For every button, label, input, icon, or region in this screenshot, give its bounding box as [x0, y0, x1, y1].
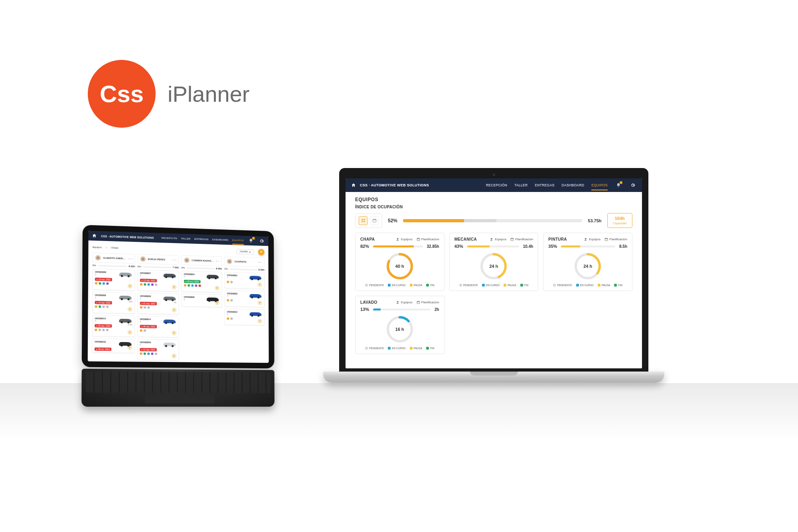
notifications-button[interactable] — [247, 237, 255, 244]
metric-card-mecanica: MECANICA Equipos Planificación 43% 10.4h… — [449, 233, 539, 291]
nav-item-dashboard[interactable]: DASHBOARD — [212, 238, 229, 241]
summary-percent: 52% — [388, 218, 397, 223]
job-card[interactable]: OR3688094 ▸ 12 sep. 2022 ▾ — [137, 339, 179, 360]
view-mode-calendar[interactable] — [370, 216, 379, 225]
metric-percent: 13% — [360, 307, 369, 312]
nav-item-recepción[interactable]: RECEPCIÓN — [162, 237, 177, 239]
nav-item-dashboard[interactable]: DASHBOARD — [562, 183, 585, 187]
car-icon — [162, 273, 176, 279]
equipos-link[interactable]: Equipos — [396, 237, 413, 241]
expand-button[interactable]: ▾ — [257, 318, 262, 323]
job-card[interactable]: OR3688063 ▸ 12 sep. 202210h ▾ — [92, 292, 135, 314]
status-dots — [184, 284, 220, 287]
kanban-column: CHAPISTA ▪ — 0%8 00h OR3688014 ▾ OR36880… — [224, 257, 265, 363]
dropdown-value: CHAPA — [240, 250, 248, 253]
status-dots — [140, 352, 176, 355]
nav-item-taller[interactable]: TALLER — [181, 237, 190, 240]
nav-item-equipos[interactable]: EQUIPOS — [591, 183, 608, 190]
column-meta: ▪ — — [173, 259, 176, 261]
svg-rect-10 — [511, 238, 514, 241]
equipos-link[interactable]: Equipos — [396, 301, 413, 304]
job-id: OR368818 — [95, 340, 106, 343]
expand-button[interactable]: ▾ — [257, 282, 262, 287]
metric-title: CHAPA — [360, 237, 375, 241]
job-sub: 4 — [95, 320, 106, 322]
job-sub: 4 — [140, 344, 151, 346]
expand-button[interactable]: ▾ — [172, 308, 176, 312]
breadcrumb-1[interactable]: Equipos — [93, 246, 102, 249]
svg-rect-4 — [373, 219, 376, 222]
metric-percent: 35% — [548, 244, 557, 249]
page-title: EQUIPOS — [355, 197, 632, 202]
job-card[interactable]: OR368818 ▸ 08 oct. 2022 ▾ — [92, 338, 135, 353]
expand-button[interactable]: ▾ — [172, 330, 176, 335]
nav-item-taller[interactable]: TALLER — [514, 183, 527, 187]
job-sub: 3 — [95, 297, 106, 299]
job-card[interactable]: OR3688024 ▾ — [225, 290, 265, 307]
home-icon[interactable] — [92, 233, 97, 238]
equipos-link[interactable]: Equipos — [490, 237, 506, 241]
notifications-button[interactable] — [615, 182, 622, 189]
laptop-base — [323, 372, 664, 383]
tablet-mockup: CSS · AUTOMOTIVE WEB SOLUTIONS RECEPCIÓN… — [81, 225, 275, 407]
job-date-tag: ▸ 08 oct. 2022 — [95, 348, 111, 351]
job-card[interactable]: OR3688093 ▸ 01 sep. 20220h ▾ — [137, 293, 179, 315]
column-name: CARMEN NAVARRO — [192, 259, 214, 262]
column-name: BORJA PÉREZ — [148, 258, 171, 261]
expand-button[interactable]: ▾ — [127, 330, 132, 335]
donut-center-value: 24 h — [479, 252, 508, 281]
equipos-link[interactable]: Equipos — [584, 237, 600, 241]
job-card[interactable]: OR3688062 ▾ — [181, 294, 222, 307]
summary-row: 52% 53.75h 104h Capacidad — [355, 213, 632, 228]
job-card[interactable]: OR3688123 ▾ — [225, 309, 265, 326]
car-icon — [118, 341, 132, 347]
expand-button[interactable]: ▾ — [172, 285, 176, 289]
laptop-body: EQUIPOS ÍNDICE DE OCUPACIÓN 52% 53.75h — [346, 192, 642, 359]
job-card[interactable]: OR3688044 ▸ 08 nov. 2022 ▾ — [181, 271, 222, 293]
tablet-screen: CSS · AUTOMOTIVE WEB SOLUTIONS RECEPCIÓN… — [88, 231, 269, 363]
job-card[interactable]: OR3688084 ▸ 12 sep. 2022 ▾ — [92, 269, 135, 291]
expand-button[interactable]: ▾ — [257, 301, 262, 305]
settings-button[interactable] — [629, 182, 636, 189]
job-sub: 2 — [140, 274, 151, 277]
job-sub: 2 — [184, 298, 195, 301]
nav-item-equipos[interactable]: EQUIPOS — [232, 239, 244, 245]
view-mode-grid[interactable] — [359, 216, 367, 225]
brand-text: iPlanner — [168, 81, 249, 107]
column-header[interactable]: CARMEN NAVARRO ▪ — — [181, 255, 222, 266]
job-card[interactable]: OR3688072 ▸ 12 sep. 2022 ▾ — [137, 270, 179, 292]
column-header[interactable]: BORJA PÉREZ ▪ — — [138, 254, 179, 265]
top-nav: RECEPCIÓNTALLERENTREGASDASHBOARDEQUIPOS — [486, 182, 636, 189]
planificacion-link[interactable]: Planificación — [417, 237, 439, 241]
nav-item-entregas[interactable]: ENTREGAS — [535, 183, 554, 187]
expand-button[interactable]: ▾ — [172, 354, 176, 358]
car-icon — [249, 293, 262, 299]
car-icon — [206, 296, 219, 302]
add-button[interactable]: + — [258, 249, 265, 255]
job-card[interactable]: OR3688014 ▾ — [225, 272, 265, 289]
column-name: CHAPISTA — [234, 260, 257, 263]
metric-title: PINTURA — [548, 237, 567, 241]
column-header[interactable]: ALBERTO ANDRADE ▪ — — [93, 253, 135, 263]
department-dropdown[interactable]: CHAPA▾ — [236, 249, 254, 254]
job-card[interactable]: OR3688134 ▸ 06 sep. 20222.5h ▾ — [92, 315, 135, 337]
home-icon[interactable] — [351, 183, 356, 188]
column-header[interactable]: CHAPISTA ▪ — — [224, 257, 264, 267]
breadcrumb-2[interactable]: Chapa — [111, 246, 119, 249]
job-card[interactable]: OR3688144 ▸ 06 sep. 2022 ▾ — [137, 316, 179, 337]
nav-item-recepción[interactable]: RECEPCIÓN — [486, 183, 507, 187]
job-date-tag: ▸ 01 sep. 2022 — [140, 302, 157, 305]
expand-button[interactable]: ▾ — [127, 284, 132, 289]
status-dots — [95, 282, 132, 285]
car-icon — [162, 318, 176, 324]
chevron-down-icon: ▾ — [249, 250, 251, 253]
planificacion-link[interactable]: Planificación — [417, 301, 439, 304]
job-id: OR368809 — [140, 295, 151, 298]
settings-button[interactable] — [258, 237, 265, 245]
planificacion-link[interactable]: Planificación — [510, 237, 533, 241]
nav-item-entregas[interactable]: ENTREGAS — [194, 238, 209, 241]
expand-button[interactable]: ▾ — [127, 307, 132, 312]
capacity-value: 104h — [613, 216, 626, 221]
expand-button[interactable]: ▾ — [215, 286, 219, 291]
planificacion-link[interactable]: Planificación — [604, 237, 627, 241]
